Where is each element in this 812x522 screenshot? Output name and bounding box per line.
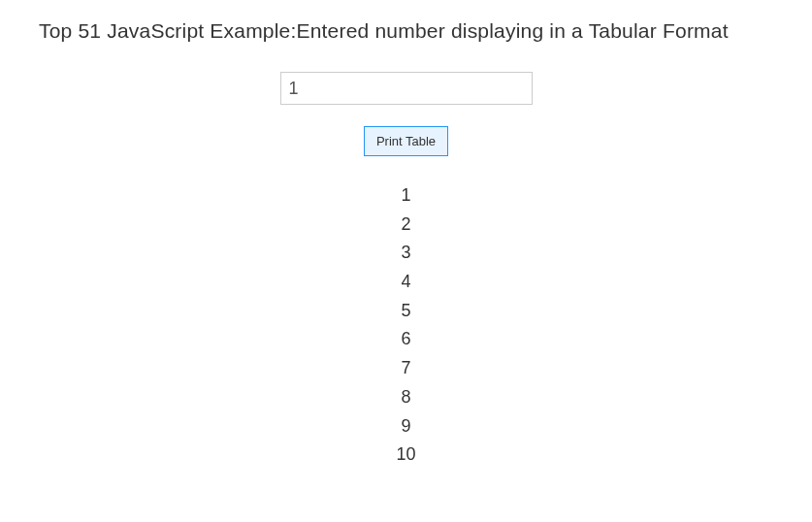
main-content: Print Table 1 2 3 4 5 6 7 8 9 10: [39, 72, 773, 470]
results-list: 1 2 3 4 5 6 7 8 9 10: [39, 181, 773, 470]
page-title: Top 51 JavaScript Example:Entered number…: [39, 19, 773, 43]
result-item: 8: [39, 383, 773, 412]
result-item: 7: [39, 354, 773, 383]
number-input[interactable]: [280, 72, 533, 105]
result-item: 1: [39, 181, 773, 211]
result-item: 5: [39, 297, 773, 326]
result-item: 6: [39, 325, 773, 354]
result-item: 2: [39, 211, 773, 240]
result-item: 10: [39, 440, 773, 470]
print-table-button[interactable]: Print Table: [364, 126, 448, 156]
result-item: 3: [39, 239, 773, 268]
result-item: 9: [39, 412, 773, 441]
result-item: 4: [39, 268, 773, 297]
